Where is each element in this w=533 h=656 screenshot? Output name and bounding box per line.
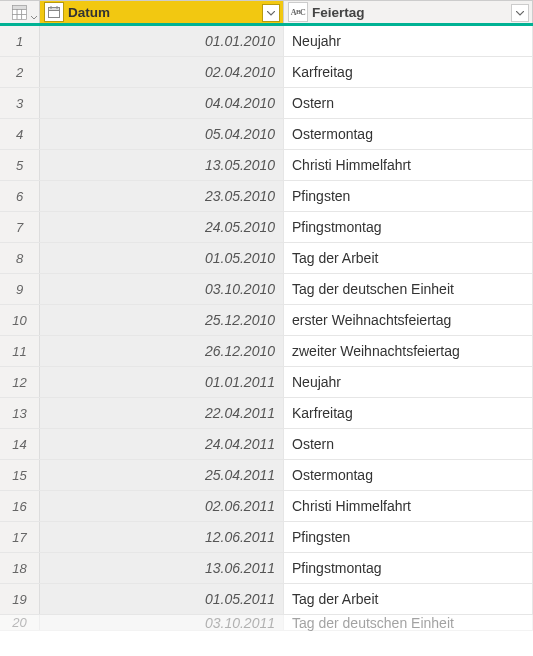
table-row[interactable]: 1424.04.2011Ostern	[0, 429, 533, 460]
cell-datum[interactable]: 26.12.2010	[40, 336, 284, 366]
cell-feiertag[interactable]: Pfingsten	[284, 522, 533, 552]
column-header-datum[interactable]: Datum	[40, 0, 284, 23]
row-number[interactable]: 20	[0, 615, 40, 630]
row-number[interactable]: 7	[0, 212, 40, 242]
table-row[interactable]: 1602.06.2011Christi Himmelfahrt	[0, 491, 533, 522]
cell-feiertag[interactable]: Pfingsten	[284, 181, 533, 211]
cell-datum[interactable]: 01.05.2011	[40, 584, 284, 614]
cell-datum[interactable]: 24.04.2011	[40, 429, 284, 459]
cell-feiertag[interactable]: Ostermontag	[284, 119, 533, 149]
table-row[interactable]: 2003.10.2011Tag der deutschen Einheit	[0, 615, 533, 631]
cell-feiertag[interactable]: Tag der deutschen Einheit	[284, 274, 533, 304]
cell-feiertag[interactable]: Tag der deutschen Einheit	[284, 615, 533, 630]
cell-datum[interactable]: 03.10.2011	[40, 615, 284, 630]
table-row[interactable]: 1322.04.2011Karfreitag	[0, 398, 533, 429]
row-number[interactable]: 12	[0, 367, 40, 397]
table-row[interactable]: 405.04.2010Ostermontag	[0, 119, 533, 150]
svg-rect-5	[17, 14, 22, 19]
row-number[interactable]: 19	[0, 584, 40, 614]
table-row[interactable]: 1025.12.2010erster Weihnachtsfeiertag	[0, 305, 533, 336]
table-row[interactable]: 903.10.2010Tag der deutschen Einheit	[0, 274, 533, 305]
row-number[interactable]: 13	[0, 398, 40, 428]
cell-datum[interactable]: 12.06.2011	[40, 522, 284, 552]
cell-feiertag[interactable]: Christi Himmelfahrt	[284, 150, 533, 180]
date-icon	[44, 2, 64, 22]
cell-feiertag[interactable]: Pfingstmontag	[284, 212, 533, 242]
row-number[interactable]: 14	[0, 429, 40, 459]
cell-feiertag[interactable]: Karfreitag	[284, 57, 533, 87]
cell-feiertag[interactable]: Pfingstmontag	[284, 553, 533, 583]
row-number[interactable]: 11	[0, 336, 40, 366]
cell-datum[interactable]: 25.04.2011	[40, 460, 284, 490]
table-row[interactable]: 1813.06.2011Pfingstmontag	[0, 553, 533, 584]
table-row[interactable]: 1201.01.2011Neujahr	[0, 367, 533, 398]
row-number[interactable]: 4	[0, 119, 40, 149]
svg-rect-8	[49, 8, 60, 11]
table-row[interactable]: 801.05.2010Tag der Arbeit	[0, 243, 533, 274]
cell-datum[interactable]: 01.05.2010	[40, 243, 284, 273]
row-number[interactable]: 8	[0, 243, 40, 273]
table-row[interactable]: 724.05.2010Pfingstmontag	[0, 212, 533, 243]
cell-datum[interactable]: 02.04.2010	[40, 57, 284, 87]
cell-feiertag[interactable]: Christi Himmelfahrt	[284, 491, 533, 521]
cell-feiertag[interactable]: Ostermontag	[284, 460, 533, 490]
column-label: Feiertag	[312, 5, 365, 20]
row-number[interactable]: 16	[0, 491, 40, 521]
cell-datum[interactable]: 13.06.2011	[40, 553, 284, 583]
table-row[interactable]: 1901.05.2011Tag der Arbeit	[0, 584, 533, 615]
cell-datum[interactable]: 25.12.2010	[40, 305, 284, 335]
cell-datum[interactable]: 03.10.2010	[40, 274, 284, 304]
cell-datum[interactable]: 01.01.2011	[40, 367, 284, 397]
cell-feiertag[interactable]: Tag der Arbeit	[284, 243, 533, 273]
chevron-down-icon	[516, 11, 524, 16]
table-row[interactable]: 101.01.2010Neujahr	[0, 26, 533, 57]
table-icon	[12, 5, 27, 20]
cell-datum[interactable]: 13.05.2010	[40, 150, 284, 180]
cell-feiertag[interactable]: zweiter Weihnachtsfeiertag	[284, 336, 533, 366]
cell-feiertag[interactable]: Tag der Arbeit	[284, 584, 533, 614]
column-header-feiertag[interactable]: ABC Feiertag	[284, 0, 533, 23]
cell-datum[interactable]: 02.06.2011	[40, 491, 284, 521]
row-number[interactable]: 3	[0, 88, 40, 118]
cell-datum[interactable]: 04.04.2010	[40, 88, 284, 118]
cell-feiertag[interactable]: Ostern	[284, 88, 533, 118]
svg-rect-0	[13, 5, 27, 9]
text-icon: ABC	[288, 2, 308, 22]
svg-rect-4	[13, 14, 18, 19]
table-row[interactable]: 202.04.2010Karfreitag	[0, 57, 533, 88]
cell-feiertag[interactable]: erster Weihnachtsfeiertag	[284, 305, 533, 335]
cell-datum[interactable]: 01.01.2010	[40, 26, 284, 56]
cell-datum[interactable]: 05.04.2010	[40, 119, 284, 149]
table-body: 101.01.2010Neujahr202.04.2010Karfreitag3…	[0, 26, 533, 631]
chevron-down-icon	[31, 15, 37, 21]
cell-feiertag[interactable]: Ostern	[284, 429, 533, 459]
header-row: Datum ABC Feiertag	[0, 0, 533, 26]
table-row[interactable]: 304.04.2010Ostern	[0, 88, 533, 119]
cell-datum[interactable]: 24.05.2010	[40, 212, 284, 242]
row-number[interactable]: 9	[0, 274, 40, 304]
table-row[interactable]: 1126.12.2010zweiter Weihnachtsfeiertag	[0, 336, 533, 367]
data-table: Datum ABC Feiertag 101.01.2010Neujahr202…	[0, 0, 533, 631]
row-number[interactable]: 5	[0, 150, 40, 180]
cell-datum[interactable]: 22.04.2011	[40, 398, 284, 428]
filter-button[interactable]	[511, 4, 529, 22]
svg-rect-2	[17, 9, 22, 14]
row-selector-header[interactable]	[0, 0, 40, 23]
table-row[interactable]: 513.05.2010Christi Himmelfahrt	[0, 150, 533, 181]
table-row[interactable]: 1525.04.2011Ostermontag	[0, 460, 533, 491]
row-number[interactable]: 18	[0, 553, 40, 583]
cell-feiertag[interactable]: Karfreitag	[284, 398, 533, 428]
row-number[interactable]: 2	[0, 57, 40, 87]
cell-feiertag[interactable]: Neujahr	[284, 26, 533, 56]
cell-feiertag[interactable]: Neujahr	[284, 367, 533, 397]
row-number[interactable]: 6	[0, 181, 40, 211]
row-number[interactable]: 17	[0, 522, 40, 552]
filter-button[interactable]	[262, 4, 280, 22]
table-row[interactable]: 1712.06.2011Pfingsten	[0, 522, 533, 553]
cell-datum[interactable]: 23.05.2010	[40, 181, 284, 211]
chevron-down-icon	[267, 11, 275, 16]
row-number[interactable]: 1	[0, 26, 40, 56]
row-number[interactable]: 15	[0, 460, 40, 490]
table-row[interactable]: 623.05.2010Pfingsten	[0, 181, 533, 212]
row-number[interactable]: 10	[0, 305, 40, 335]
